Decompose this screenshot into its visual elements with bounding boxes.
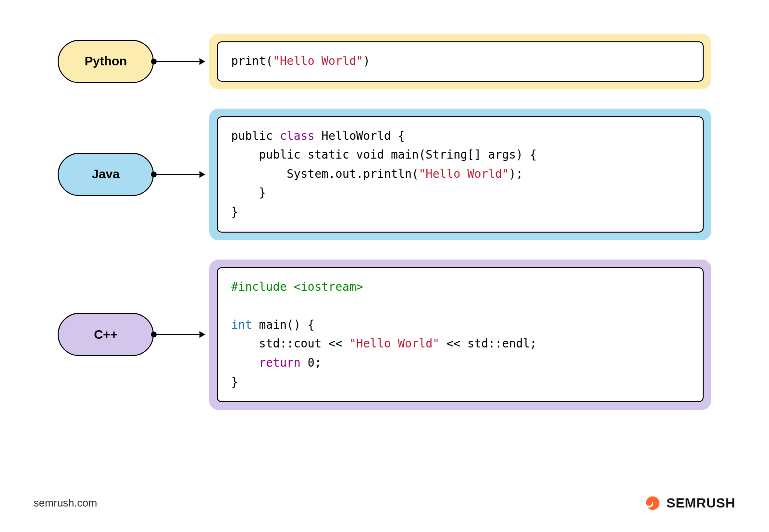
footer-url: semrush.com bbox=[34, 497, 97, 509]
language-name: C++ bbox=[94, 327, 117, 342]
code-token: "Hello World" bbox=[419, 167, 509, 181]
code-token: class bbox=[280, 129, 314, 143]
code-token: "Hello World" bbox=[349, 337, 440, 350]
language-row: Pythonprint("Hello World") bbox=[58, 34, 711, 89]
footer: semrush.com SEMRUSH bbox=[34, 494, 735, 513]
code-block: print("Hello World") bbox=[217, 41, 704, 82]
code-block: #include <iostream> int main() { std::co… bbox=[217, 267, 704, 403]
code-token: "Hello World" bbox=[273, 54, 363, 68]
language-row: C++#include <iostream> int main() { std:… bbox=[58, 260, 711, 410]
language-name: Python bbox=[85, 54, 127, 69]
language-name: Java bbox=[92, 167, 120, 182]
code-block-outer: public class HelloWorld { public static … bbox=[209, 109, 711, 240]
language-row: Javapublic class HelloWorld { public sta… bbox=[58, 109, 711, 240]
code-token: print( bbox=[231, 54, 273, 68]
diagram-canvas: Pythonprint("Hello World")Javapublic cla… bbox=[58, 34, 711, 429]
semrush-flame-icon bbox=[642, 494, 661, 513]
language-pill: Python bbox=[58, 40, 154, 83]
code-block-outer: #include <iostream> int main() { std::co… bbox=[209, 260, 711, 410]
code-token: int bbox=[231, 318, 252, 332]
brand-logo: SEMRUSH bbox=[642, 494, 735, 513]
code-block-outer: print("Hello World") bbox=[209, 34, 711, 89]
code-token: public bbox=[231, 129, 280, 143]
brand-text: SEMRUSH bbox=[666, 495, 735, 511]
code-token: ) bbox=[363, 54, 370, 68]
language-pill: Java bbox=[58, 153, 154, 196]
arrow-connector bbox=[154, 174, 204, 175]
code-token: return bbox=[259, 356, 301, 370]
code-token: #include <iostream> bbox=[231, 280, 363, 294]
arrow-connector bbox=[154, 334, 204, 335]
arrow-connector bbox=[154, 61, 204, 62]
language-pill: C++ bbox=[58, 313, 154, 356]
code-block: public class HelloWorld { public static … bbox=[217, 116, 704, 233]
